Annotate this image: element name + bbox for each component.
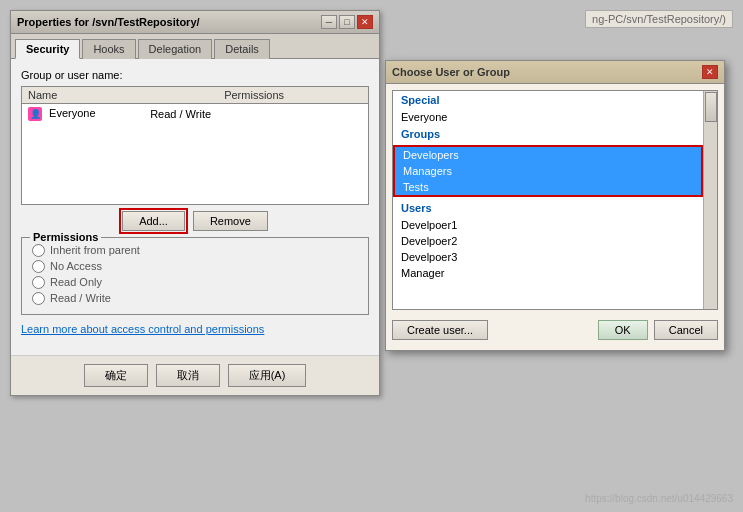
radio-readonly[interactable]: Read Only	[32, 276, 358, 289]
watermark: https://blog.csdn.net/u014429663	[585, 493, 733, 504]
list-item-manager[interactable]: Manager	[393, 265, 703, 281]
choose-dialog: Choose User or Group ✕ Special Everyone …	[385, 60, 725, 351]
properties-title: Properties for /svn/TestRepository/	[17, 16, 200, 28]
list-item-everyone[interactable]: Everyone	[393, 109, 703, 125]
permissions-group-label: Permissions	[30, 231, 101, 243]
permissions-cell: Read / Write	[144, 104, 368, 125]
choose-bottom-bar: Create user... OK Cancel	[392, 316, 718, 344]
readwrite-label: Read / Write	[50, 292, 111, 304]
inherit-label: Inherit from parent	[50, 244, 140, 256]
choose-list-wrapper: Special Everyone Groups Developers Manag…	[392, 90, 718, 310]
properties-titlebar: Properties for /svn/TestRepository/ ─ □ …	[11, 11, 379, 34]
choose-list[interactable]: Special Everyone Groups Developers Manag…	[393, 91, 703, 309]
permissions-group: Permissions Inherit from parent No Acces…	[21, 237, 369, 315]
minimize-button[interactable]: ─	[321, 15, 337, 29]
tab-delegation[interactable]: Delegation	[138, 39, 213, 59]
choose-content: Special Everyone Groups Developers Manag…	[386, 84, 724, 350]
choose-title: Choose User or Group	[392, 66, 510, 78]
tabs-bar: Security Hooks Delegation Details	[11, 34, 379, 59]
confirm-button[interactable]: 确定	[84, 364, 148, 387]
users-header: Users	[393, 199, 703, 217]
learn-more-link[interactable]: Learn more about access control and perm…	[21, 323, 369, 335]
list-item-develpoer2[interactable]: Develpoer2	[393, 233, 703, 249]
user-icon: 👤	[28, 107, 42, 121]
background-hint: ng-PC/svn/TestRepository/)	[585, 10, 733, 28]
list-item-develpoer1[interactable]: Develpoer1	[393, 217, 703, 233]
tab-hooks[interactable]: Hooks	[82, 39, 135, 59]
list-item-tests[interactable]: Tests	[395, 179, 701, 195]
special-header: Special	[393, 91, 703, 109]
create-user-button[interactable]: Create user...	[392, 320, 488, 340]
choose-window-controls: ✕	[702, 65, 718, 79]
bottom-buttons-bar: 确定 取消 应用(A)	[11, 355, 379, 395]
radio-readwrite[interactable]: Read / Write	[32, 292, 358, 305]
groups-box: Developers Managers Tests	[393, 145, 703, 197]
close-button[interactable]: ✕	[357, 15, 373, 29]
properties-window: Properties for /svn/TestRepository/ ─ □ …	[10, 10, 380, 396]
cancel-button[interactable]: 取消	[156, 364, 220, 387]
tab-content: Group or user name: Name Permissions 👤 E…	[11, 59, 379, 355]
list-item-managers[interactable]: Managers	[395, 163, 701, 179]
noaccess-label: No Access	[50, 260, 102, 272]
tab-details[interactable]: Details	[214, 39, 270, 59]
maximize-button[interactable]: □	[339, 15, 355, 29]
user-table: Name Permissions 👤 Everyone Read / Write	[21, 86, 369, 205]
radio-inherit[interactable]: Inherit from parent	[32, 244, 358, 257]
table-row[interactable]: 👤 Everyone Read / Write	[22, 104, 369, 125]
cancel-dialog-button[interactable]: Cancel	[654, 320, 718, 340]
name-col-header: Name	[22, 87, 145, 104]
groups-header: Groups	[393, 125, 703, 143]
scrollbar-thumb[interactable]	[705, 92, 717, 122]
list-item-develpoer3[interactable]: Develpoer3	[393, 249, 703, 265]
tab-security[interactable]: Security	[15, 39, 80, 59]
readonly-label: Read Only	[50, 276, 102, 288]
ok-cancel-btns: OK Cancel	[598, 320, 718, 340]
add-button[interactable]: Add...	[122, 211, 185, 231]
user-name-cell: 👤 Everyone	[22, 104, 145, 125]
ok-button[interactable]: OK	[598, 320, 648, 340]
group-user-label: Group or user name:	[21, 69, 369, 81]
list-item-developers[interactable]: Developers	[395, 147, 701, 163]
add-remove-row: Add... Remove	[21, 211, 369, 231]
apply-button[interactable]: 应用(A)	[228, 364, 307, 387]
permissions-col-header: Permissions	[144, 87, 368, 104]
choose-close-button[interactable]: ✕	[702, 65, 718, 79]
choose-titlebar: Choose User or Group ✕	[386, 61, 724, 84]
radio-noaccess[interactable]: No Access	[32, 260, 358, 273]
scrollbar[interactable]	[703, 91, 717, 309]
remove-button[interactable]: Remove	[193, 211, 268, 231]
window-controls: ─ □ ✕	[321, 15, 373, 29]
